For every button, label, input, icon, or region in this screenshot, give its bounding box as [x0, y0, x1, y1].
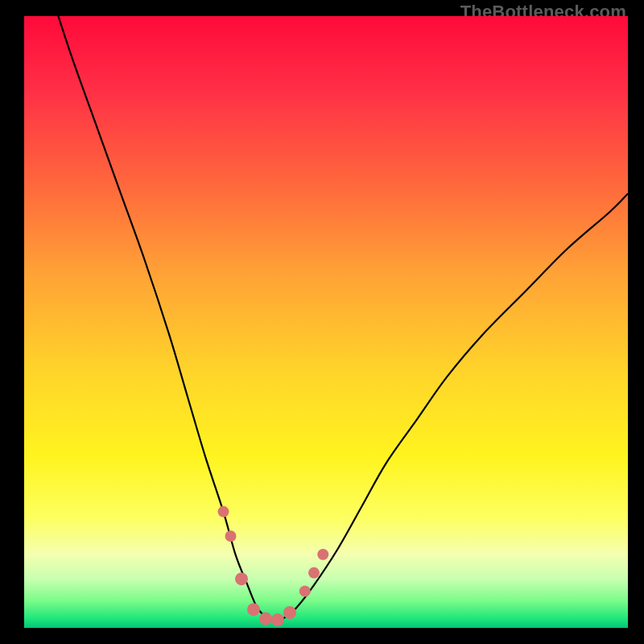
svg-point-2 [225, 530, 237, 542]
svg-point-9 [308, 568, 320, 579]
chart-frame: TheBottleneck.com [0, 0, 644, 644]
svg-point-3 [235, 572, 248, 585]
svg-point-6 [271, 613, 284, 626]
svg-point-8 [299, 585, 311, 597]
svg-point-7 [283, 606, 296, 619]
bottleneck-curve [24, 16, 628, 628]
svg-point-5 [259, 613, 272, 625]
svg-point-10 [317, 549, 328, 560]
svg-point-1 [218, 506, 229, 518]
svg-point-4 [247, 603, 260, 616]
plot-area [24, 16, 628, 628]
